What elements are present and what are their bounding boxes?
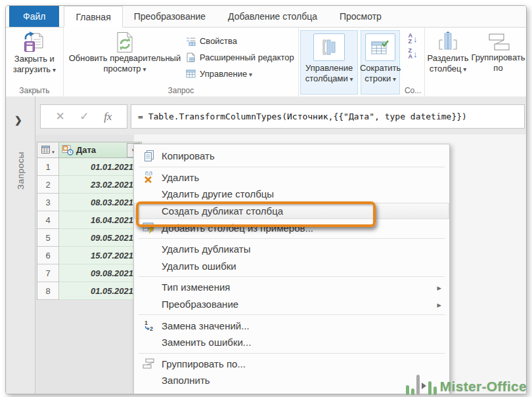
date-cell[interactable]: 01.05.2021: [59, 282, 142, 300]
column-header-date[interactable]: Дата ▼: [59, 142, 142, 158]
copy-icon: [139, 150, 158, 162]
row-number-cell[interactable]: 7: [37, 264, 59, 282]
queries-pane-expand-chevron-icon[interactable]: ❯: [14, 115, 22, 125]
refresh-preview-icon: [115, 31, 135, 53]
menu-item-change-type[interactable]: Тип изменения: [134, 279, 449, 296]
refresh-preview-button[interactable]: Обновить предварительный просмотр: [65, 30, 185, 85]
menu-item-add-column-from-examples[interactable]: Добавить столбец из примеров...: [134, 219, 449, 236]
date-cell[interactable]: 16.04.2021: [59, 211, 142, 229]
manage-columns-label: Управление столбцами: [301, 63, 357, 84]
manage-label: Управление: [200, 69, 252, 79]
menu-separator: [139, 167, 445, 167]
watermark-logo: Mister-Office: [406, 375, 527, 395]
tab-transform[interactable]: Преобразование: [123, 6, 217, 27]
submenu-arrow-icon: [437, 282, 441, 293]
menu-item-remove-column[interactable]: Удалить: [134, 169, 449, 186]
advanced-editor-label: Расширенный редактор: [200, 52, 294, 62]
editor-body: ❯ Запросы ✕ ✓ fx = Table.TransformColumn…: [6, 96, 526, 394]
commit-formula-icon[interactable]: ✓: [79, 110, 89, 123]
svg-text:2: 2: [150, 325, 153, 331]
watermark-bars-icon: [406, 375, 437, 395]
menu-item-replace-values[interactable]: 1 2 Замена значений...: [134, 317, 449, 334]
date-cell[interactable]: 09.08.2021: [59, 264, 142, 282]
menu-separator: [139, 238, 445, 239]
column-name: Дата: [76, 145, 96, 155]
row-number-cell[interactable]: 5: [37, 229, 59, 247]
close-and-load-icon: [23, 31, 45, 54]
split-column-icon: [435, 31, 460, 53]
split-column-label: Разделить столбец: [428, 53, 469, 74]
tab-add-column[interactable]: Добавление столбца: [217, 6, 328, 27]
svg-text:1: 1: [144, 320, 148, 326]
select-all-cell[interactable]: ▾: [37, 142, 59, 158]
ribbon-group-transform: Разделить столбец Группировать по: [425, 28, 526, 96]
table-icon: [41, 146, 51, 154]
sort-down-arrow-icon: ↓: [413, 34, 418, 44]
menu-separator: [139, 353, 445, 354]
table-row: 509.05.2021: [37, 229, 142, 247]
ribbon: Закрыть и загрузить Закрыть Обновить пре…: [6, 28, 526, 96]
table-row: 308.03.2021: [37, 194, 142, 211]
preview-canvas: ▾ Дата ▼ 101.01.2021: [35, 135, 526, 394]
split-column-button[interactable]: Разделить столбец: [426, 30, 471, 85]
table-row: 615.07.2021: [37, 247, 142, 264]
delete-column-icon: [139, 171, 158, 183]
table-row: 801.05.2021: [37, 282, 142, 300]
formula-input[interactable]: = Table.TransformColumnTypes(Источник,{{…: [131, 104, 525, 129]
datetime-type-icon: [62, 144, 74, 156]
menu-item-fill[interactable]: Заполнить: [134, 372, 449, 389]
menu-item-copy[interactable]: Копировать: [134, 148, 449, 165]
row-number-cell[interactable]: 4: [37, 211, 59, 229]
menu-item-remove-other-columns[interactable]: Удалить другие столбцы: [134, 186, 449, 203]
close-and-load-label: Закрыть и загрузить: [9, 54, 60, 75]
menu-item-group-by[interactable]: Группировать по...: [134, 356, 449, 373]
table-menu-caret-icon: ▾: [52, 150, 55, 155]
queries-pane-title[interactable]: Запросы: [6, 152, 35, 192]
ribbon-group-sort: AZ ↓ ZA ↓ Со...: [401, 28, 425, 96]
manage-button[interactable]: Управление: [186, 66, 294, 82]
refresh-preview-label: Обновить предварительный просмотр: [67, 53, 183, 74]
manage-columns-button[interactable]: Управление столбцами: [300, 30, 358, 94]
tab-home[interactable]: Главная: [64, 6, 122, 28]
group-by-button[interactable]: Группировать по: [470, 30, 525, 85]
row-number-cell[interactable]: 1: [37, 158, 59, 176]
row-number-cell[interactable]: 8: [37, 282, 59, 300]
fx-icon[interactable]: fx: [104, 110, 112, 123]
row-number-cell[interactable]: 2: [37, 176, 59, 194]
manage-icon: [186, 70, 196, 78]
reduce-rows-icon: [365, 33, 395, 61]
menu-separator: [139, 276, 445, 277]
date-cell[interactable]: 08.03.2021: [59, 194, 142, 211]
advanced-editor-button[interactable]: Расширенный редактор: [186, 49, 294, 66]
replace-values-icon: 1 2: [139, 320, 158, 331]
row-number-cell[interactable]: 3: [37, 194, 59, 211]
power-query-editor-window: Файл Главная Преобразование Добавление с…: [5, 5, 527, 394]
menu-item-duplicate-column[interactable]: Создать дубликат столбца: [134, 203, 449, 220]
formula-buttons: ✕ ✓ fx: [40, 104, 127, 129]
sort-ascending-button[interactable]: AZ ↓: [409, 33, 418, 45]
row-number-cell[interactable]: 6: [37, 247, 59, 264]
menu-item-remove-duplicates[interactable]: Удалить дубликаты: [134, 241, 449, 258]
date-cell[interactable]: 15.07.2021: [59, 247, 142, 264]
reduce-rows-button[interactable]: Сократить строки: [361, 30, 400, 94]
properties-button[interactable]: Свойства: [186, 33, 294, 49]
date-cell[interactable]: 01.01.2021: [59, 158, 142, 176]
close-group-label: Закрыть: [6, 86, 63, 95]
sort-group-label: Со...: [401, 86, 424, 95]
sort-descending-button[interactable]: ZA ↓: [409, 48, 418, 60]
ribbon-group-query: Обновить предварительный просмотр Свойст…: [64, 28, 299, 96]
cancel-formula-icon[interactable]: ✕: [56, 110, 65, 123]
preview-table: ▾ Дата ▼ 101.01.2021: [37, 142, 142, 300]
advanced-editor-icon: [186, 52, 196, 62]
tab-view[interactable]: Просмотр: [328, 6, 393, 27]
date-cell[interactable]: 09.05.2021: [59, 229, 142, 247]
menu-item-transform[interactable]: Преобразование: [134, 296, 449, 313]
menu-item-replace-errors[interactable]: Заменить ошибки...: [134, 334, 449, 351]
close-and-load-button[interactable]: Закрыть и загрузить: [7, 30, 62, 85]
menu-item-remove-errors[interactable]: Удалить ошибки: [134, 258, 449, 275]
date-cell[interactable]: 23.02.2021: [59, 176, 142, 194]
tab-file[interactable]: Файл: [9, 6, 59, 27]
table-row: 101.01.2021: [37, 158, 142, 176]
sort-down-arrow-icon: ↓: [413, 49, 418, 59]
table-row: 416.04.2021: [37, 211, 142, 229]
